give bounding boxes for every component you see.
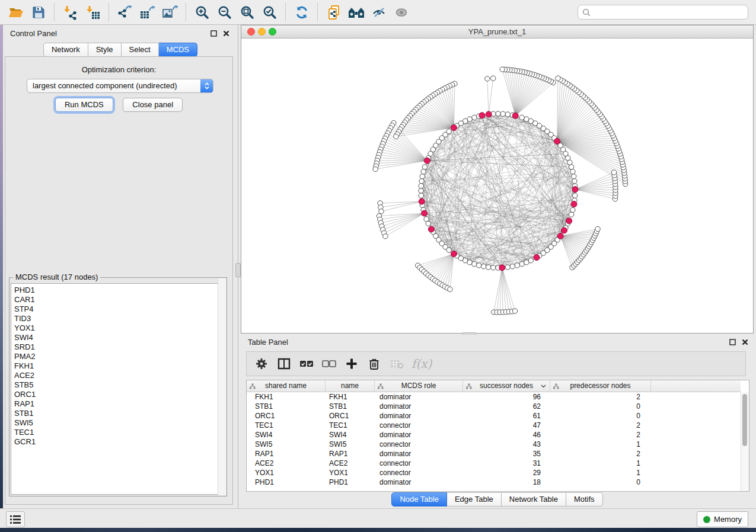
zoom-selected-button[interactable]	[260, 3, 280, 22]
delete-table-icon	[390, 358, 404, 370]
save-session-button[interactable]	[28, 3, 49, 22]
column-visibility-button[interactable]	[276, 355, 292, 373]
tab-select[interactable]: Select	[122, 43, 159, 57]
deselect-all-button[interactable]	[321, 355, 337, 373]
mcds-result-item[interactable]: SWI4	[11, 333, 225, 342]
mcds-result-item[interactable]: CAR1	[11, 295, 225, 305]
table-cell: 1	[550, 459, 651, 468]
run-mcds-button[interactable]: Run MCDS	[55, 98, 113, 112]
mcds-result-scrollbar[interactable]	[218, 278, 226, 495]
column-header-shared-name[interactable]: shared name	[247, 380, 326, 392]
mcds-result-item[interactable]: STP4	[11, 305, 225, 314]
optimization-criterion-select[interactable]: largest connected component (undirected)	[27, 79, 213, 93]
tab-style[interactable]: Style	[88, 43, 122, 57]
table-row[interactable]: SWI4SWI4dominator462	[247, 430, 741, 440]
close-panel-button[interactable]: Close panel	[123, 98, 183, 112]
table-row[interactable]: TEC1TEC1connector472	[247, 421, 741, 430]
zoom-out-icon	[217, 5, 232, 20]
mcds-result-item[interactable]: TEC1	[11, 428, 225, 437]
delete-column-button[interactable]	[366, 355, 382, 373]
node-table-header: shared namenameMCDS rolesuccessor nodesp…	[247, 380, 741, 392]
mcds-result-item[interactable]: FKH1	[11, 361, 225, 371]
column-header-successor-nodes[interactable]: successor nodes	[463, 380, 550, 392]
control-panel-float-icon[interactable]	[210, 30, 218, 37]
task-history-button[interactable]	[6, 511, 25, 527]
tab-mcds[interactable]: MCDS	[159, 43, 197, 57]
table-cell: dominator	[375, 430, 463, 440]
export-table-icon	[139, 5, 156, 20]
mcds-result-item[interactable]: PHD1	[11, 286, 225, 295]
table-cell: STB1	[247, 402, 326, 411]
table-cell: 0	[550, 477, 651, 487]
column-header-predecessor-nodes[interactable]: predecessor nodes	[550, 380, 651, 392]
column-header-name[interactable]: name	[326, 380, 375, 392]
table-tab-node-table[interactable]: Node Table	[391, 492, 447, 507]
table-panel-title: Table Panel	[248, 338, 288, 347]
table-cell: FKH1	[326, 392, 375, 402]
table-panel-close-icon[interactable]	[741, 338, 749, 346]
network-view-canvas[interactable]	[241, 39, 753, 333]
table-tab-motifs[interactable]: Motifs	[566, 492, 603, 507]
scrollbar-thumb[interactable]	[742, 394, 747, 446]
clone-network-button[interactable]	[324, 3, 344, 22]
zoom-fit-button[interactable]	[237, 3, 257, 22]
table-cell: FKH1	[247, 392, 326, 402]
open-file-button[interactable]	[6, 3, 26, 22]
hide-selected-button[interactable]	[369, 3, 389, 22]
desktop-wallpaper-bottom	[0, 528, 756, 532]
show-all-button[interactable]	[391, 3, 412, 22]
mcds-result-item[interactable]: SWI5	[11, 418, 225, 428]
table-cell: 62	[463, 402, 550, 411]
network-window-titlebar[interactable]: YPA_prune.txt_1	[241, 25, 753, 39]
table-cell: 0	[550, 411, 651, 421]
checked-boxes-icon	[299, 357, 314, 370]
table-tab-network-table[interactable]: Network Table	[502, 492, 566, 507]
table-row[interactable]: YOX1YOX1connector291	[247, 468, 741, 477]
table-row[interactable]: PHD1PHD1dominator180	[247, 477, 741, 487]
mcds-result-item[interactable]: STB1	[11, 409, 225, 418]
table-row[interactable]: FKH1FKH1dominator962	[247, 392, 741, 402]
zoom-in-button[interactable]	[192, 3, 212, 22]
memory-button[interactable]: Memory	[697, 511, 748, 527]
refresh-view-button[interactable]	[292, 3, 312, 22]
import-table-button[interactable]	[83, 3, 103, 22]
mcds-result-item[interactable]: STB5	[11, 380, 225, 390]
mcds-result-item[interactable]: TID3	[11, 314, 225, 323]
mcds-result-item[interactable]: ACE2	[11, 371, 225, 380]
delete-table-button-disabled	[389, 355, 404, 373]
mcds-result-group: MCDS result (17 nodes) PHD1CAR1STP4TID3Y…	[9, 277, 227, 496]
table-panel-float-icon[interactable]	[729, 338, 736, 346]
table-row[interactable]: SWI5SWI5connector431	[247, 440, 741, 449]
refresh-icon	[294, 5, 310, 20]
search-input[interactable]	[594, 6, 748, 18]
mcds-result-item[interactable]: ORC1	[11, 390, 225, 399]
table-row[interactable]: STB1STB1dominator620	[247, 402, 741, 411]
table-row[interactable]: ACE2ACE2connector311	[247, 459, 741, 468]
add-column-button[interactable]	[344, 355, 359, 373]
import-network-button[interactable]	[60, 3, 81, 22]
mcds-result-item[interactable]: PMA2	[11, 352, 225, 361]
mcds-result-item[interactable]: YOX1	[11, 323, 225, 333]
zoom-out-button[interactable]	[215, 3, 235, 22]
export-table-button[interactable]	[138, 3, 158, 22]
table-settings-button[interactable]	[254, 355, 269, 373]
mcds-result-item[interactable]: RAP1	[11, 399, 225, 409]
vertical-splitter-handle[interactable]	[235, 263, 241, 277]
table-cell: SWI4	[247, 430, 326, 440]
mcds-result-item[interactable]: SRD1	[11, 342, 225, 352]
control-panel-close-icon[interactable]	[222, 30, 230, 37]
control-panel: Control Panel NetworkStyleSelectMCDS Opt…	[3, 25, 238, 508]
table-tab-edge-table[interactable]: Edge Table	[447, 492, 502, 507]
first-neighbors-button[interactable]	[346, 3, 366, 22]
function-builder-button-disabled: f(x)	[412, 355, 432, 373]
node-table-scrollbar[interactable]	[741, 392, 749, 491]
export-image-button[interactable]	[160, 3, 180, 22]
tab-network[interactable]: Network	[43, 43, 88, 57]
select-all-button[interactable]	[299, 355, 314, 373]
mcds-result-item[interactable]: GCR1	[11, 437, 225, 447]
column-header-MCDS-role[interactable]: MCDS role	[375, 380, 463, 392]
table-row[interactable]: ORC1ORC1dominator610	[247, 411, 741, 421]
export-network-button[interactable]	[115, 3, 135, 22]
table-cell: ORC1	[326, 411, 375, 421]
table-row[interactable]: RAP1RAP1dominator352	[247, 449, 741, 459]
